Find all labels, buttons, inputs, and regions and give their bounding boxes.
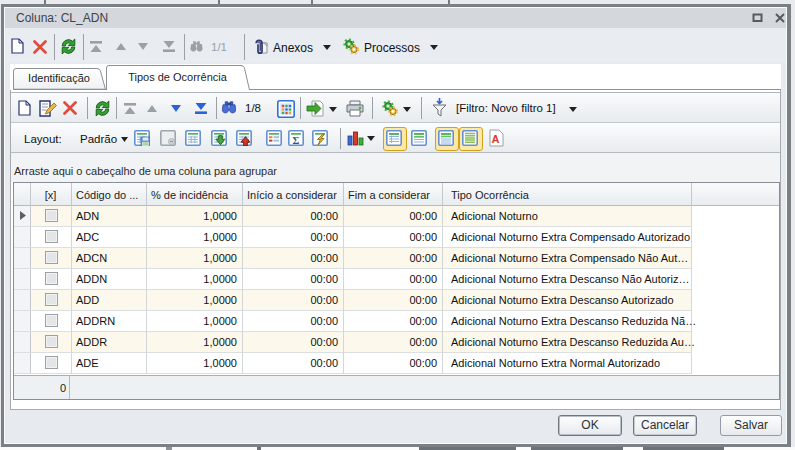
svg-text:Σ: Σ <box>293 135 300 146</box>
svg-text:A: A <box>492 133 500 145</box>
